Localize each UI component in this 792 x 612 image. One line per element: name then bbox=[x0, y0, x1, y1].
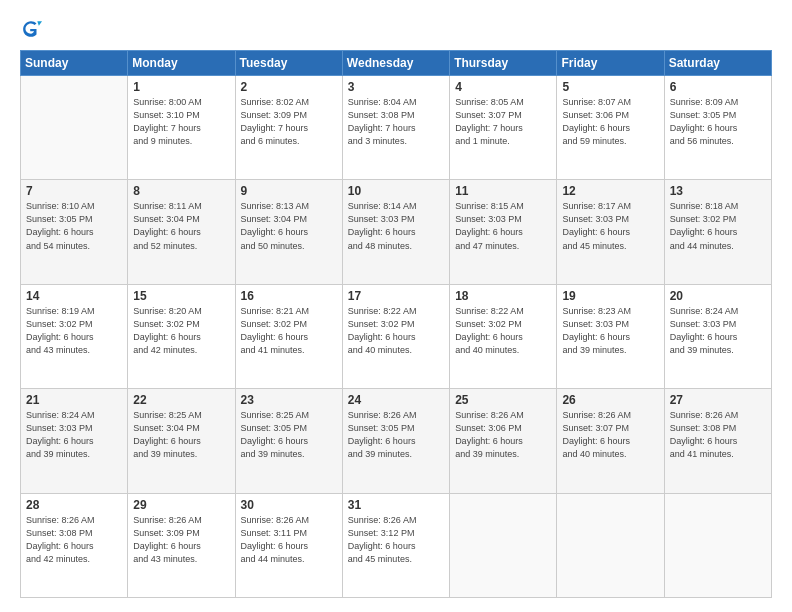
table-row: 27Sunrise: 8:26 AM Sunset: 3:08 PM Dayli… bbox=[664, 389, 771, 493]
day-number: 22 bbox=[133, 393, 229, 407]
day-detail: Sunrise: 8:26 AM Sunset: 3:08 PM Dayligh… bbox=[26, 514, 122, 566]
table-row: 2Sunrise: 8:02 AM Sunset: 3:09 PM Daylig… bbox=[235, 76, 342, 180]
day-number: 9 bbox=[241, 184, 337, 198]
day-detail: Sunrise: 8:04 AM Sunset: 3:08 PM Dayligh… bbox=[348, 96, 444, 148]
day-detail: Sunrise: 8:09 AM Sunset: 3:05 PM Dayligh… bbox=[670, 96, 766, 148]
table-row: 19Sunrise: 8:23 AM Sunset: 3:03 PM Dayli… bbox=[557, 284, 664, 388]
day-number: 15 bbox=[133, 289, 229, 303]
table-row: 18Sunrise: 8:22 AM Sunset: 3:02 PM Dayli… bbox=[450, 284, 557, 388]
day-number: 23 bbox=[241, 393, 337, 407]
table-row: 29Sunrise: 8:26 AM Sunset: 3:09 PM Dayli… bbox=[128, 493, 235, 597]
day-number: 19 bbox=[562, 289, 658, 303]
day-number: 31 bbox=[348, 498, 444, 512]
day-number: 12 bbox=[562, 184, 658, 198]
table-row: 14Sunrise: 8:19 AM Sunset: 3:02 PM Dayli… bbox=[21, 284, 128, 388]
day-number: 8 bbox=[133, 184, 229, 198]
table-row: 16Sunrise: 8:21 AM Sunset: 3:02 PM Dayli… bbox=[235, 284, 342, 388]
calendar-week-3: 21Sunrise: 8:24 AM Sunset: 3:03 PM Dayli… bbox=[21, 389, 772, 493]
day-detail: Sunrise: 8:18 AM Sunset: 3:02 PM Dayligh… bbox=[670, 200, 766, 252]
day-number: 28 bbox=[26, 498, 122, 512]
day-detail: Sunrise: 8:11 AM Sunset: 3:04 PM Dayligh… bbox=[133, 200, 229, 252]
table-row: 9Sunrise: 8:13 AM Sunset: 3:04 PM Daylig… bbox=[235, 180, 342, 284]
table-row bbox=[664, 493, 771, 597]
day-number: 27 bbox=[670, 393, 766, 407]
day-detail: Sunrise: 8:00 AM Sunset: 3:10 PM Dayligh… bbox=[133, 96, 229, 148]
table-row bbox=[557, 493, 664, 597]
header bbox=[20, 18, 772, 40]
header-row: Sunday Monday Tuesday Wednesday Thursday… bbox=[21, 51, 772, 76]
table-row: 22Sunrise: 8:25 AM Sunset: 3:04 PM Dayli… bbox=[128, 389, 235, 493]
day-detail: Sunrise: 8:22 AM Sunset: 3:02 PM Dayligh… bbox=[348, 305, 444, 357]
day-number: 6 bbox=[670, 80, 766, 94]
day-number: 29 bbox=[133, 498, 229, 512]
day-detail: Sunrise: 8:26 AM Sunset: 3:05 PM Dayligh… bbox=[348, 409, 444, 461]
day-detail: Sunrise: 8:25 AM Sunset: 3:04 PM Dayligh… bbox=[133, 409, 229, 461]
day-detail: Sunrise: 8:24 AM Sunset: 3:03 PM Dayligh… bbox=[670, 305, 766, 357]
day-detail: Sunrise: 8:05 AM Sunset: 3:07 PM Dayligh… bbox=[455, 96, 551, 148]
table-row: 31Sunrise: 8:26 AM Sunset: 3:12 PM Dayli… bbox=[342, 493, 449, 597]
day-detail: Sunrise: 8:21 AM Sunset: 3:02 PM Dayligh… bbox=[241, 305, 337, 357]
day-detail: Sunrise: 8:26 AM Sunset: 3:11 PM Dayligh… bbox=[241, 514, 337, 566]
day-detail: Sunrise: 8:26 AM Sunset: 3:08 PM Dayligh… bbox=[670, 409, 766, 461]
day-detail: Sunrise: 8:26 AM Sunset: 3:07 PM Dayligh… bbox=[562, 409, 658, 461]
day-detail: Sunrise: 8:20 AM Sunset: 3:02 PM Dayligh… bbox=[133, 305, 229, 357]
day-detail: Sunrise: 8:13 AM Sunset: 3:04 PM Dayligh… bbox=[241, 200, 337, 252]
table-row: 3Sunrise: 8:04 AM Sunset: 3:08 PM Daylig… bbox=[342, 76, 449, 180]
day-detail: Sunrise: 8:26 AM Sunset: 3:12 PM Dayligh… bbox=[348, 514, 444, 566]
calendar-body: 1Sunrise: 8:00 AM Sunset: 3:10 PM Daylig… bbox=[21, 76, 772, 598]
table-row: 23Sunrise: 8:25 AM Sunset: 3:05 PM Dayli… bbox=[235, 389, 342, 493]
day-number: 7 bbox=[26, 184, 122, 198]
day-detail: Sunrise: 8:24 AM Sunset: 3:03 PM Dayligh… bbox=[26, 409, 122, 461]
day-detail: Sunrise: 8:23 AM Sunset: 3:03 PM Dayligh… bbox=[562, 305, 658, 357]
day-detail: Sunrise: 8:02 AM Sunset: 3:09 PM Dayligh… bbox=[241, 96, 337, 148]
table-row: 1Sunrise: 8:00 AM Sunset: 3:10 PM Daylig… bbox=[128, 76, 235, 180]
day-number: 30 bbox=[241, 498, 337, 512]
table-row: 11Sunrise: 8:15 AM Sunset: 3:03 PM Dayli… bbox=[450, 180, 557, 284]
logo bbox=[20, 18, 44, 40]
calendar-week-4: 28Sunrise: 8:26 AM Sunset: 3:08 PM Dayli… bbox=[21, 493, 772, 597]
table-row: 25Sunrise: 8:26 AM Sunset: 3:06 PM Dayli… bbox=[450, 389, 557, 493]
table-row: 5Sunrise: 8:07 AM Sunset: 3:06 PM Daylig… bbox=[557, 76, 664, 180]
day-number: 11 bbox=[455, 184, 551, 198]
table-row: 10Sunrise: 8:14 AM Sunset: 3:03 PM Dayli… bbox=[342, 180, 449, 284]
day-number: 4 bbox=[455, 80, 551, 94]
table-row: 6Sunrise: 8:09 AM Sunset: 3:05 PM Daylig… bbox=[664, 76, 771, 180]
table-row: 4Sunrise: 8:05 AM Sunset: 3:07 PM Daylig… bbox=[450, 76, 557, 180]
day-number: 3 bbox=[348, 80, 444, 94]
day-number: 20 bbox=[670, 289, 766, 303]
table-row bbox=[450, 493, 557, 597]
day-detail: Sunrise: 8:15 AM Sunset: 3:03 PM Dayligh… bbox=[455, 200, 551, 252]
table-row: 12Sunrise: 8:17 AM Sunset: 3:03 PM Dayli… bbox=[557, 180, 664, 284]
col-saturday: Saturday bbox=[664, 51, 771, 76]
page: Sunday Monday Tuesday Wednesday Thursday… bbox=[0, 0, 792, 612]
day-number: 5 bbox=[562, 80, 658, 94]
day-detail: Sunrise: 8:26 AM Sunset: 3:09 PM Dayligh… bbox=[133, 514, 229, 566]
col-friday: Friday bbox=[557, 51, 664, 76]
day-number: 2 bbox=[241, 80, 337, 94]
table-row: 13Sunrise: 8:18 AM Sunset: 3:02 PM Dayli… bbox=[664, 180, 771, 284]
calendar-week-1: 7Sunrise: 8:10 AM Sunset: 3:05 PM Daylig… bbox=[21, 180, 772, 284]
day-detail: Sunrise: 8:19 AM Sunset: 3:02 PM Dayligh… bbox=[26, 305, 122, 357]
table-row: 20Sunrise: 8:24 AM Sunset: 3:03 PM Dayli… bbox=[664, 284, 771, 388]
table-row: 21Sunrise: 8:24 AM Sunset: 3:03 PM Dayli… bbox=[21, 389, 128, 493]
col-wednesday: Wednesday bbox=[342, 51, 449, 76]
table-row: 7Sunrise: 8:10 AM Sunset: 3:05 PM Daylig… bbox=[21, 180, 128, 284]
day-detail: Sunrise: 8:10 AM Sunset: 3:05 PM Dayligh… bbox=[26, 200, 122, 252]
day-number: 1 bbox=[133, 80, 229, 94]
table-row bbox=[21, 76, 128, 180]
col-tuesday: Tuesday bbox=[235, 51, 342, 76]
day-number: 13 bbox=[670, 184, 766, 198]
day-number: 10 bbox=[348, 184, 444, 198]
day-number: 17 bbox=[348, 289, 444, 303]
day-detail: Sunrise: 8:17 AM Sunset: 3:03 PM Dayligh… bbox=[562, 200, 658, 252]
table-row: 17Sunrise: 8:22 AM Sunset: 3:02 PM Dayli… bbox=[342, 284, 449, 388]
col-monday: Monday bbox=[128, 51, 235, 76]
day-number: 18 bbox=[455, 289, 551, 303]
table-row: 30Sunrise: 8:26 AM Sunset: 3:11 PM Dayli… bbox=[235, 493, 342, 597]
day-number: 21 bbox=[26, 393, 122, 407]
calendar-header: Sunday Monday Tuesday Wednesday Thursday… bbox=[21, 51, 772, 76]
day-detail: Sunrise: 8:22 AM Sunset: 3:02 PM Dayligh… bbox=[455, 305, 551, 357]
calendar-table: Sunday Monday Tuesday Wednesday Thursday… bbox=[20, 50, 772, 598]
table-row: 15Sunrise: 8:20 AM Sunset: 3:02 PM Dayli… bbox=[128, 284, 235, 388]
day-detail: Sunrise: 8:26 AM Sunset: 3:06 PM Dayligh… bbox=[455, 409, 551, 461]
